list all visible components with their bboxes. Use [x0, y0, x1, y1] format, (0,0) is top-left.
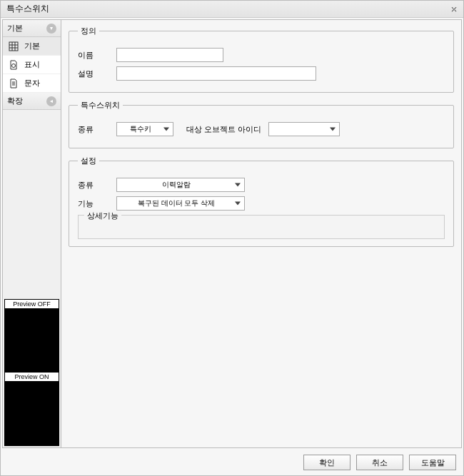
fieldset-definition: 정의 이름 설명	[69, 26, 454, 93]
preview-on-label: Preview ON	[5, 373, 59, 381]
row-special-kind: 종류 특수키 대상 오브젝트 아이디	[78, 122, 445, 136]
label-target-id: 대상 오브젝트 아이디	[186, 124, 261, 135]
preview-off-label: Preview OFF	[5, 300, 59, 308]
sidebar-items: 기본 표시 문자	[3, 37, 61, 93]
preview-off-area	[5, 308, 59, 373]
legend-definition: 정의	[78, 26, 99, 36]
row-settings-kind: 종류 이력알람	[78, 178, 445, 192]
legend-special: 특수스위치	[78, 100, 123, 111]
sidebar-section-extend[interactable]: 확장 ◂	[3, 93, 61, 110]
fieldset-special: 특수스위치 종류 특수키 대상 오브젝트 아이디	[69, 100, 454, 148]
body-area: 기본 ▾ 기본 표시	[2, 19, 462, 448]
dropdown-target-id[interactable]	[268, 122, 340, 136]
dropdown-value: 이력알람	[162, 180, 191, 190]
titlebar: 특수스위치 ⤫	[1, 1, 463, 18]
document-icon	[9, 60, 19, 70]
dropdown-settings-kind[interactable]: 이력알람	[116, 178, 245, 192]
svg-point-5	[12, 64, 16, 67]
sidebar-spacer	[3, 110, 61, 298]
sidebar-section-label: 확장	[7, 96, 23, 106]
text-icon	[9, 79, 19, 88]
row-settings-func: 기능 복구된 데이터 모두 삭제	[78, 196, 445, 211]
dropdown-settings-func[interactable]: 복구된 데이터 모두 삭제	[116, 196, 245, 211]
grid-icon	[9, 41, 19, 51]
cancel-button[interactable]: 취소	[356, 455, 403, 470]
label-desc: 설명	[78, 69, 109, 79]
chevron-down-icon	[235, 202, 241, 206]
svg-rect-0	[9, 42, 18, 51]
close-icon[interactable]: ⤫	[450, 4, 458, 14]
dropdown-special-kind[interactable]: 특수키	[116, 122, 173, 136]
sidebar-item-text[interactable]: 문자	[3, 74, 61, 93]
row-desc: 설명	[78, 66, 445, 81]
row-name: 이름	[78, 48, 445, 62]
sidebar-item-display[interactable]: 표시	[3, 56, 61, 74]
sidebar-item-label: 표시	[24, 59, 40, 70]
dropdown-value: 특수키	[130, 124, 151, 134]
sidebar-section-label: 기본	[7, 23, 23, 34]
fieldset-settings: 설정 종류 이력알람 기능 복구된 데이터 모두 삭제 상세기	[69, 156, 454, 247]
chevron-down-icon	[330, 128, 336, 131]
sidebar-item-label: 문자	[24, 78, 40, 88]
legend-detail: 상세기능	[84, 211, 121, 221]
label-settings-func: 기능	[78, 198, 109, 209]
collapse-icon: ▾	[46, 24, 56, 34]
input-name[interactable]	[116, 48, 223, 62]
sidebar: 기본 ▾ 기본 표시	[3, 20, 61, 447]
sidebar-section-basic[interactable]: 기본 ▾	[3, 20, 61, 37]
footer: 확인 취소 도움말	[1, 450, 463, 475]
help-button[interactable]: 도움말	[409, 455, 456, 470]
label-special-kind: 종류	[78, 124, 109, 135]
dialog-window: 특수스위치 ⤫ 기본 ▾ 기본 표시	[0, 0, 464, 476]
sidebar-item-basic[interactable]: 기본	[3, 37, 61, 56]
input-desc[interactable]	[116, 66, 316, 81]
preview-on-area	[5, 381, 59, 445]
main-panel: 정의 이름 설명 특수스위치 종류 특수키 대	[61, 20, 461, 447]
sidebar-item-label: 기본	[24, 41, 40, 51]
dropdown-value: 복구된 데이터 모두 삭제	[138, 198, 215, 208]
chevron-down-icon	[163, 128, 169, 131]
expand-icon: ◂	[46, 96, 56, 106]
group-detail: 상세기능	[78, 215, 445, 239]
ok-button[interactable]: 확인	[303, 455, 350, 470]
chevron-down-icon	[235, 183, 241, 187]
label-settings-kind: 종류	[78, 180, 109, 191]
window-title: 특수스위치	[6, 3, 49, 15]
preview-panel: Preview OFF Preview ON	[4, 299, 59, 446]
legend-settings: 설정	[78, 156, 99, 166]
label-name: 이름	[78, 50, 109, 61]
